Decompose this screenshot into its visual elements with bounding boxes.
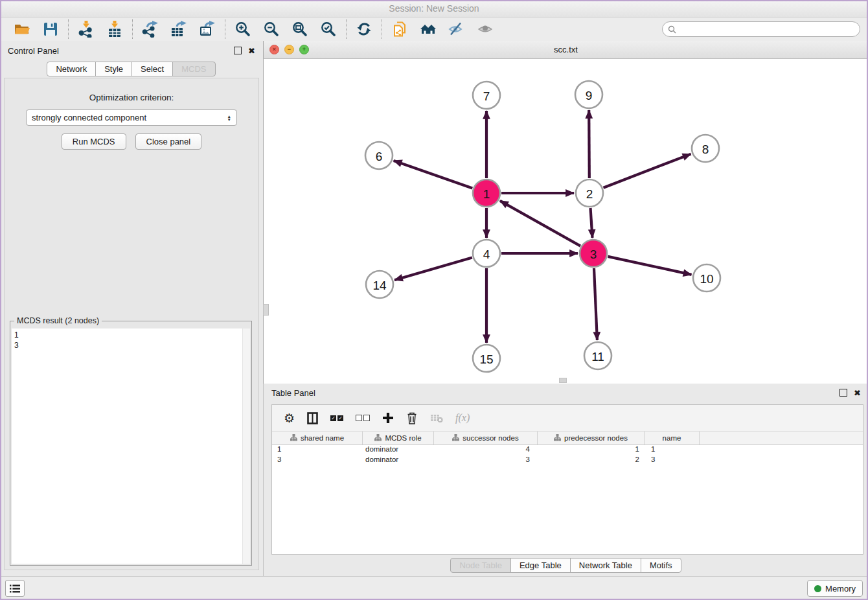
edge-2-8[interactable]	[604, 154, 691, 188]
unselect-all-columns-icon[interactable]	[356, 415, 370, 421]
table-rows: 1dominator4113dominator323	[272, 445, 863, 466]
graph-node-3[interactable]: 3	[580, 240, 607, 267]
graph-node-2[interactable]: 2	[576, 179, 603, 207]
column-header-name[interactable]: name	[645, 432, 700, 444]
select-all-columns-icon[interactable]: ✓✓	[330, 415, 343, 421]
export-image-icon[interactable]	[199, 21, 216, 38]
table-cell[interactable]: 3	[434, 456, 538, 466]
search-input[interactable]	[680, 24, 854, 34]
column-browser-icon[interactable]	[307, 412, 318, 424]
search-box[interactable]	[662, 21, 860, 37]
hide-details-eye-icon[interactable]	[448, 21, 465, 38]
task-history-button[interactable]	[5, 580, 25, 597]
column-header-label: shared name	[301, 434, 344, 442]
edge-2-3[interactable]	[591, 208, 593, 238]
close-panel-button[interactable]: Close panel	[135, 133, 202, 150]
zoom-fit-icon[interactable]	[291, 21, 308, 38]
column-header-label: MCDS role	[385, 434, 421, 442]
window-close-icon[interactable]: ×	[269, 45, 279, 54]
import-network-icon[interactable]	[78, 21, 95, 38]
open-session-icon[interactable]	[14, 21, 30, 38]
import-table-icon[interactable]	[106, 21, 123, 38]
float-panel-icon[interactable]	[234, 47, 242, 54]
tab-edge-table[interactable]: Edge Table	[510, 558, 571, 573]
zoom-in-icon[interactable]	[234, 21, 251, 38]
column-header-shared-name[interactable]: shared name	[272, 432, 363, 444]
optimization-dropdown[interactable]: strongly connected component ▲▼	[26, 110, 237, 126]
control-panel: Control Panel ✖ NetworkStyleSelectMCDS O…	[0, 41, 264, 577]
mcds-result-groupbox: MCDS result (2 nodes) 13	[10, 321, 252, 566]
close-table-panel-icon[interactable]: ✖	[854, 389, 861, 397]
table-row[interactable]: 3dominator323	[272, 456, 863, 466]
zoom-out-icon[interactable]	[263, 21, 280, 38]
column-header-mcds-role[interactable]: MCDS role	[363, 432, 434, 444]
table-cell[interactable]: 1	[272, 445, 363, 456]
graph-node-7[interactable]: 7	[473, 82, 500, 109]
graph-node-1[interactable]: 1	[473, 179, 500, 207]
network-graph[interactable]: 7968124314101511	[264, 59, 868, 384]
column-header-predecessor-nodes[interactable]: predecessor nodes	[538, 432, 645, 444]
add-column-plus-icon[interactable]	[382, 412, 394, 424]
splitter-grip[interactable]	[263, 304, 269, 316]
optimization-dropdown-value: strongly connected component	[32, 113, 146, 122]
float-table-panel-icon[interactable]	[839, 389, 847, 397]
tab-mcds[interactable]: MCDS	[172, 62, 215, 76]
home-layout-icon[interactable]	[420, 21, 437, 38]
graph-node-14[interactable]: 14	[366, 271, 393, 298]
save-session-icon[interactable]	[42, 21, 59, 38]
window-minimize-icon[interactable]: −	[284, 45, 294, 54]
edge-3-11[interactable]	[594, 268, 597, 340]
edge-2-9[interactable]	[589, 110, 589, 178]
export-network-icon[interactable]	[142, 21, 159, 38]
graph-node-11[interactable]: 11	[584, 342, 611, 369]
edge-4-14[interactable]	[394, 257, 472, 280]
table-panel-header: Table Panel ✖	[264, 384, 868, 402]
graph-node-8[interactable]: 8	[692, 135, 719, 162]
table-cell[interactable]: 1	[538, 445, 645, 456]
graph-node-15[interactable]: 15	[473, 345, 500, 372]
column-header-successor-nodes[interactable]: successor nodes	[434, 432, 538, 444]
table-cell[interactable]: dominator	[363, 456, 434, 466]
app-title: Session: New Session	[389, 3, 479, 14]
export-table-icon[interactable]	[170, 21, 187, 38]
close-panel-icon[interactable]: ✖	[248, 47, 255, 55]
table-cell[interactable]: 3	[272, 456, 363, 466]
column-header-label: name	[663, 434, 681, 442]
zoom-selected-icon[interactable]	[320, 21, 337, 38]
graph-node-10[interactable]: 10	[693, 264, 720, 292]
table-settings-gear-icon[interactable]: ⚙	[284, 411, 295, 426]
edge-1-6[interactable]	[394, 161, 473, 189]
refresh-icon[interactable]	[356, 21, 372, 38]
memory-button[interactable]: Memory	[807, 580, 863, 597]
window-maximize-icon[interactable]: +	[299, 45, 309, 54]
result-line: 3	[14, 340, 247, 351]
mcds-result-text[interactable]: 13	[12, 329, 250, 564]
graph-node-9[interactable]: 9	[575, 81, 602, 108]
run-mcds-button[interactable]: Run MCDS	[62, 133, 126, 150]
table-cell[interactable]: 1	[645, 445, 700, 456]
tab-network-table[interactable]: Network Table	[570, 558, 641, 573]
graph-node-4[interactable]: 4	[473, 240, 500, 267]
edge-3-10[interactable]	[608, 257, 692, 275]
tab-motifs[interactable]: Motifs	[641, 558, 681, 573]
table-cell[interactable]: 2	[538, 456, 645, 466]
edge-3-1[interactable]	[500, 201, 580, 246]
table-row[interactable]: 1dominator411	[272, 445, 863, 456]
table-cell[interactable]: dominator	[363, 445, 434, 456]
tab-select[interactable]: Select	[131, 62, 173, 76]
tab-network[interactable]: Network	[47, 62, 96, 76]
graph-node-6[interactable]: 6	[365, 142, 393, 169]
clone-network-icon[interactable]	[391, 21, 408, 38]
show-details-eye-icon[interactable]	[477, 21, 494, 38]
network-canvas[interactable]: 7968124314101511	[263, 59, 868, 384]
svg-text:15: 15	[479, 352, 493, 366]
table-cell[interactable]: 3	[645, 456, 700, 466]
table-cell[interactable]: 4	[434, 445, 538, 456]
tab-node-table[interactable]: Node Table	[450, 558, 511, 573]
tab-style[interactable]: Style	[95, 62, 132, 76]
main-toolbar	[0, 17, 868, 41]
result-scrollbar[interactable]	[242, 329, 250, 564]
hscroll-grip[interactable]	[559, 378, 567, 383]
svg-text:11: 11	[591, 350, 604, 363]
delete-column-trash-icon[interactable]	[406, 411, 418, 424]
